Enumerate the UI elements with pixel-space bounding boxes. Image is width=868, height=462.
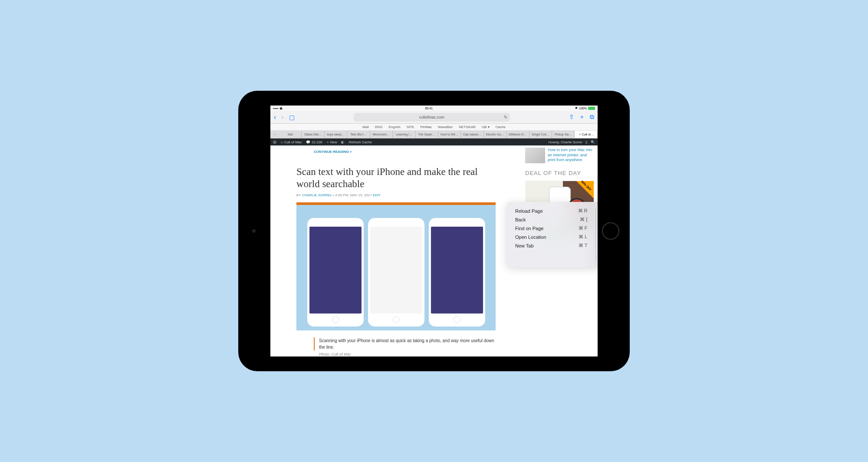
ipad-frame: ••••• ◉ 09:41 ✱ 100% ‹ › ▢ cultofmac.com…: [238, 91, 630, 371]
favorite-2[interactable]: Engrish: [389, 125, 401, 129]
share-icon[interactable]: ⇧: [569, 113, 574, 121]
related-link[interactable]: How to turn your Mac into an internet pr…: [548, 148, 594, 163]
favorite-5[interactable]: NewsBlur: [438, 125, 453, 129]
browser-tab-13[interactable]: ✕Cult of…: [575, 131, 597, 138]
browser-tab-11[interactable]: Single Coil…: [529, 131, 552, 138]
bookmarks-icon[interactable]: ▢: [289, 114, 295, 121]
forward-button[interactable]: ›: [281, 113, 283, 121]
screen: ••••• ◉ 09:41 ✱ 100% ‹ › ▢ cultofmac.com…: [270, 106, 598, 356]
article-title: Scan text with your iPhone and make the …: [296, 166, 496, 190]
browser-tab-6[interactable]: The Super…: [416, 131, 438, 138]
browser-tab-5[interactable]: Learning i…: [393, 131, 415, 138]
bluetooth-icon: ✱: [575, 106, 578, 110]
favorite-0[interactable]: Mail: [362, 125, 369, 129]
related-thumb: [525, 148, 545, 163]
keyboard-shortcuts-overlay: Reload Page⌘ RBack⌘ [Find on Page⌘ FOpen…: [506, 202, 598, 267]
article-hero-image: [296, 202, 496, 330]
related-article[interactable]: How to turn your Mac into an internet pr…: [525, 148, 594, 163]
signal-dots: •••••: [273, 107, 278, 110]
favorite-3[interactable]: SITE: [407, 125, 414, 129]
wp-yoast-icon[interactable]: ◐: [341, 140, 344, 144]
browser-tab-2[interactable]: buys sleep…: [325, 131, 347, 138]
byline: BY CHARLIE SORREL • 2:00 PM, MAY 15, 201…: [296, 193, 496, 197]
battery-icon: [588, 107, 595, 110]
wifi-icon: ◉: [279, 106, 283, 110]
favorite-8[interactable]: Cache: [496, 125, 506, 129]
wp-new[interactable]: + New: [327, 140, 337, 144]
shortcut-open-location: Open Location⌘ L: [515, 234, 588, 240]
phone-mockup-2: [368, 218, 424, 327]
favorite-4[interactable]: PinMac: [420, 125, 432, 129]
shortcut-reload-page: Reload Page⌘ R: [515, 208, 588, 214]
safari-toolbar: ‹ › ▢ cultofmac.com ↻ ⇧ + ⧉: [270, 111, 598, 124]
reload-icon[interactable]: ↻: [504, 115, 507, 119]
address-bar[interactable]: cultofmac.com ↻: [354, 113, 510, 122]
browser-tab-10[interactable]: DiMarzio D…: [506, 131, 529, 138]
tabs-bar: ‹ StelGitara Stei…buys sleep…Tele-90s f……: [270, 131, 598, 139]
author-link[interactable]: CHARLIE SORREL: [302, 193, 332, 197]
wp-howdy[interactable]: Howdy, Charlie Sorrel: [549, 140, 582, 144]
browser-tab-12[interactable]: Pickup Sw…: [552, 131, 575, 138]
wp-search-icon[interactable]: 🔍: [591, 140, 595, 144]
continue-reading-link[interactable]: CONTINUE READING »: [314, 150, 496, 154]
url-text: cultofmac.com: [419, 115, 444, 119]
tab-scroll-left[interactable]: ‹: [270, 131, 279, 138]
favorite-6[interactable]: NETGEAR: [459, 125, 476, 129]
shortcut-find-on-page: Find on Page⌘ F: [515, 225, 588, 231]
wp-avatar-icon[interactable]: ▯: [585, 140, 587, 144]
shortcut-new-tab: New Tab⌘ T: [515, 243, 588, 248]
browser-tab-3[interactable]: Tele-90s f…: [347, 131, 370, 138]
wp-admin-bar: Ⓦ ⌂ Cult of Mac 💬 22,226 + New ◐ Refresh…: [270, 139, 598, 145]
browser-tab-8[interactable]: Cap values…: [461, 131, 483, 138]
phone-mockup-3: [429, 218, 485, 327]
status-bar: ••••• ◉ 09:41 ✱ 100%: [270, 106, 598, 111]
favorite-1[interactable]: DDG: [375, 125, 383, 129]
favorites-bar: MailDDGEngrishSITEPinMacNewsBlurNETGEARU…: [270, 124, 598, 131]
browser-tab-4[interactable]: Memorizin…: [370, 131, 393, 138]
ipad-camera: [252, 229, 256, 233]
battery-percent: 100%: [579, 107, 587, 110]
home-button[interactable]: [602, 222, 619, 240]
tabs-icon[interactable]: ⧉: [590, 113, 594, 121]
browser-tab-0[interactable]: Stel: [279, 131, 302, 138]
browser-tab-7[interactable]: How to Wir…: [438, 131, 461, 138]
new-tab-icon[interactable]: +: [580, 113, 584, 121]
tab-close-icon[interactable]: ✕: [579, 133, 581, 136]
browser-tab-9[interactable]: Electric Gu…: [484, 131, 506, 138]
browser-tab-1[interactable]: Gitara Stei…: [302, 131, 324, 138]
wp-refresh[interactable]: Refresh Cache: [349, 140, 372, 144]
deal-of-day-header: DEAL OF THE DAY: [525, 170, 594, 176]
image-credit: Photo: Cult of Mac: [319, 352, 496, 356]
shortcut-back: Back⌘ [: [515, 217, 588, 222]
shortcuts-divider: [595, 208, 596, 261]
wp-comments[interactable]: 💬 22,226: [306, 140, 322, 144]
main-content: CONTINUE READING » Scan text with your i…: [270, 145, 522, 356]
status-time: 09:41: [425, 107, 433, 110]
favorite-7[interactable]: Util ▾: [482, 125, 490, 129]
back-button[interactable]: ‹: [274, 113, 276, 121]
edit-link[interactable]: EDIT: [373, 193, 381, 197]
wp-site-link[interactable]: ⌂ Cult of Mac: [281, 140, 302, 144]
wp-logo-icon[interactable]: Ⓦ: [273, 140, 276, 145]
phone-mockup-1: [307, 218, 364, 327]
image-caption: Scanning with your iPhone is almost as q…: [314, 337, 496, 350]
